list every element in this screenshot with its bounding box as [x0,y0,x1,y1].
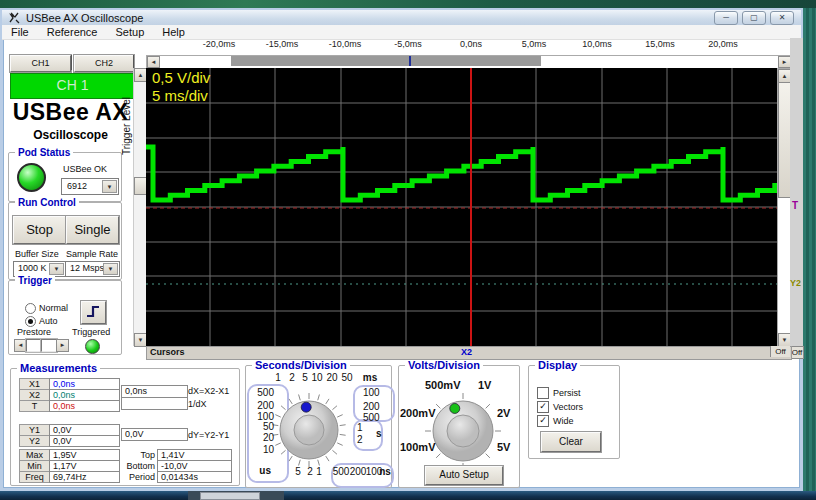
dial-scale-label: 1 [357,422,363,433]
x-cursor-marker[interactable]: X2 [461,347,472,357]
checkbox-label-wide[interactable]: Wide [553,416,574,426]
time-label: -5,0ms [394,39,422,49]
stop-button[interactable]: Stop [13,216,66,244]
buffer-size-label: Buffer Size [15,249,59,259]
dial-scale-label: 2 [289,372,295,383]
chevron-down-icon[interactable]: ▼ [102,180,117,193]
volts-division-group: Volts/Division Auto Setup 500mV1V200mV2V… [398,365,520,488]
menu-item-reference[interactable]: Reference [38,26,107,38]
menu-item-file[interactable]: File [2,26,38,38]
dial-scale-label: 500 [333,466,350,477]
radio-normal-label[interactable]: Normal [39,303,68,313]
display-label: Display [535,360,580,371]
slider-cell [26,339,42,352]
tab-ch2[interactable]: CH2 [74,55,134,72]
time-label: 5,0ms [522,39,547,49]
time-label: 15,0ms [645,39,675,49]
pod-id-value: 6912 [67,181,87,191]
close-button[interactable]: ✕ [770,11,794,25]
dy-value-box: 0,0V [121,428,188,441]
auto-setup-button[interactable]: Auto Setup [425,466,503,485]
vdiv-label: 0,5 V/div [152,69,210,86]
measurements-group: Measurements X1 0,0ns X2 0,0ns T 0,0ns 0… [10,368,240,486]
titlebar[interactable]: USBee AX Oscilloscope ─ ▢ ✕ [2,10,801,25]
brand-title: USBee AX [8,99,133,126]
radio-auto-label[interactable]: Auto [39,316,58,326]
display-group: Display Clear Persist✓Vectors✓Wide [528,365,620,459]
checkbox-persist[interactable] [537,387,549,399]
taskbar-button[interactable] [200,492,260,500]
period-value: 0,01434s [157,471,232,483]
measurements-label: Measurements [17,363,100,374]
sample-rate-select[interactable]: 12 Msps ▼ [65,261,120,277]
chevron-down-icon[interactable]: ▼ [49,263,64,275]
dial-scale-label: 2 [307,466,313,477]
dial-scale-label: 200 [350,466,367,477]
cursor-off-button-1[interactable]: Off [770,346,790,357]
dial-scale-label: 200mV [400,407,435,419]
time-label: 10,0ms [582,39,612,49]
trigger-level-scrollbar[interactable]: ▲ ▼ [133,68,147,346]
time-label: -10,0ms [329,39,362,49]
y2-cursor-label[interactable]: Y2 [790,278,801,288]
dial-scale-label: 100mV [400,441,435,453]
radio-auto[interactable] [25,316,36,327]
time-axis: -20,0ms-15,0ms-10,0ms-5,0ms0,0ns5,0ms10,… [0,39,816,50]
checkbox-label-persist[interactable]: Persist [553,388,581,398]
checkbox-label-vectors[interactable]: Vectors [553,402,583,412]
dial-scale-label: 10 [263,444,274,455]
scroll-left-icon[interactable]: ◄ [147,56,160,68]
t-cursor-label[interactable]: T [792,200,798,211]
freq-label: Freq [19,471,50,483]
dial-scale-label: 5V [497,441,510,453]
h-scrollbar-thumb[interactable] [231,56,541,66]
slider-right-arrow[interactable]: ► [56,339,69,352]
cursor-off-button-2[interactable]: Off [790,346,804,359]
chevron-down-icon[interactable]: ▼ [103,263,118,275]
trigger-level-label: Trigger Level [121,81,133,171]
knob-indicator [450,403,460,413]
dial-scale-label: ms [363,372,377,383]
checkbox-vectors[interactable]: ✓ [537,401,549,413]
minimize-button[interactable]: ─ [714,11,738,25]
dial-scale-label: 50 [341,372,352,383]
trigger-label: Trigger [15,275,55,286]
dial-scale-label: 500 [257,387,274,398]
pod-status-group: Pod Status USBee OK 6912 ▼ [8,152,122,202]
dial-scale-label: 1 [316,466,322,477]
tab-ch1[interactable]: CH1 [10,55,71,72]
channel-banner: CH 1 [10,73,135,99]
cursors-label: Cursors [150,347,185,357]
radio-normal[interactable] [25,303,36,314]
scope-plot[interactable]: 0,5 V/div 5 ms/div [146,68,777,346]
menu-item-help[interactable]: Help [153,26,194,38]
screen: USBee AX Oscilloscope ─ ▢ ✕ FileReferenc… [0,0,816,500]
right-marker-strip: T Y2 Off [790,38,803,358]
triggered-led [85,339,100,354]
period-label: Period [121,472,155,482]
maximize-button[interactable]: ▢ [742,11,766,25]
time-label: -20,0ms [203,39,236,49]
dial-scale-label: 100 [363,387,380,398]
clear-button[interactable]: Clear [541,432,601,452]
knob-indicator [301,402,311,412]
taskbar-fragment [188,491,284,500]
tdiv-label: 5 ms/div [152,87,208,104]
dial-scale-label: 2V [497,407,510,419]
dial-scale-label: 1V [478,379,491,391]
prestore-slider[interactable]: ◄ ► [14,339,68,352]
time-label: 20,0ms [708,39,738,49]
trigger-edge-button[interactable] [81,301,106,324]
menu-item-setup[interactable]: Setup [107,26,154,38]
h-scrollbar[interactable]: ◄ ► [146,55,792,69]
single-button[interactable]: Single [66,216,119,244]
y2-value: 0,0V [49,435,120,447]
checkbox-wide[interactable]: ✓ [537,415,549,427]
dial-scale-label: 50 [263,421,274,432]
desktop-background-bottom [0,491,816,500]
buffer-size-value: 1000 K [18,263,47,273]
run-control-label: Run Control [15,197,79,208]
pod-id-select[interactable]: 6912 ▼ [61,178,119,195]
app-icon [8,12,21,24]
dial-scale-label: 10 [311,372,322,383]
